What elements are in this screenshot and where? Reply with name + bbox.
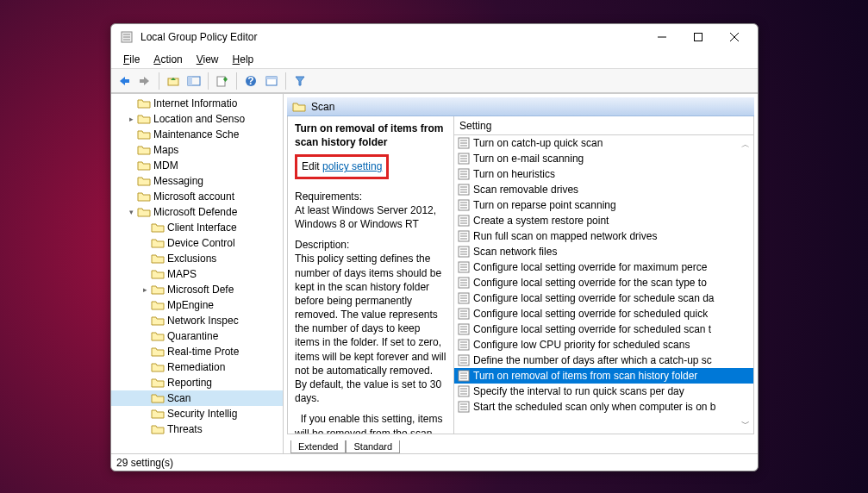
tree-node[interactable]: Network Inspec [111, 313, 283, 328]
show-hide-tree-button[interactable] [184, 72, 203, 90]
minimize-button[interactable] [644, 24, 680, 50]
tree-label: MAPS [167, 268, 197, 280]
setting-row[interactable]: Turn on heuristics [454, 166, 753, 182]
tree-node[interactable]: Quarantine [111, 328, 283, 344]
tree-node[interactable]: Real-time Prote [111, 344, 283, 359]
tree-node[interactable]: Maintenance Sche [111, 127, 283, 142]
setting-row[interactable]: Configure local setting override for the… [454, 275, 753, 290]
folder-icon [151, 237, 165, 249]
setting-row[interactable]: Configure local setting override for sch… [454, 290, 753, 306]
setting-row[interactable]: Turn on reparse point scanning [454, 197, 753, 213]
setting-row[interactable]: Scan network files [454, 244, 753, 259]
settings-rows[interactable]: Turn on catch-up quick scanTurn on e-mai… [454, 135, 753, 434]
maximize-button[interactable] [680, 24, 716, 50]
expand-icon[interactable]: ▸ [125, 115, 137, 123]
tree-node[interactable]: ▸Location and Senso [111, 111, 283, 127]
menu-file[interactable]: File [116, 52, 147, 67]
setting-label: Turn on reparse point scanning [473, 199, 616, 211]
tab-standard[interactable]: Standard [346, 440, 400, 453]
scroll-up-icon[interactable]: ︿ [740, 139, 752, 151]
titlebar: Local Group Policy Editor [111, 24, 758, 50]
tree-node[interactable]: Messaging [111, 173, 283, 189]
setting-row[interactable]: Configure low CPU priority for scheduled… [454, 337, 753, 353]
setting-row[interactable]: Create a system restore point [454, 213, 753, 228]
setting-label: Configure low CPU priority for scheduled… [473, 339, 690, 351]
export-button[interactable] [213, 72, 232, 90]
back-button[interactable] [115, 72, 134, 90]
policy-icon [458, 401, 470, 413]
setting-row[interactable]: Scan removable drives [454, 182, 753, 197]
tree-node[interactable]: Scan [111, 390, 283, 406]
tree-node[interactable]: Remediation [111, 359, 283, 375]
tree-node[interactable]: MDM [111, 158, 283, 173]
folder-icon [151, 377, 165, 389]
description-text: This policy setting defines the number o… [295, 252, 446, 405]
setting-label: Turn on catch-up quick scan [473, 137, 603, 149]
status-bar: 29 setting(s) [111, 453, 758, 471]
folder-icon [151, 284, 165, 296]
menu-action[interactable]: Action [147, 52, 189, 67]
svg-rect-9 [140, 79, 145, 83]
folder-icon [137, 159, 151, 172]
setting-row[interactable]: Start the scheduled scan only when compu… [454, 399, 753, 415]
policy-icon [458, 199, 470, 211]
policy-icon [458, 308, 470, 320]
settings-column-header[interactable]: Setting [454, 116, 753, 135]
tree-node[interactable]: ▾Microsoft Defende [111, 204, 283, 220]
tree-node[interactable]: Client Interface [111, 220, 283, 235]
tree-node[interactable]: Threats [111, 421, 283, 437]
setting-label: Turn on e-mail scanning [473, 153, 584, 165]
properties-button[interactable] [262, 72, 281, 90]
description-label: Description: [295, 238, 446, 252]
setting-row[interactable]: Run full scan on mapped network drives [454, 228, 753, 244]
setting-row[interactable]: Turn on catch-up quick scan [454, 135, 753, 151]
scroll-down-icon[interactable]: ﹀ [740, 418, 752, 430]
nav-tree[interactable]: Internet Informatio▸Location and SensoMa… [111, 94, 284, 453]
close-button[interactable] [716, 24, 752, 50]
policy-icon [458, 292, 470, 304]
tree-label: Real-time Prote [167, 346, 239, 358]
folder-icon [151, 392, 165, 404]
expand-icon[interactable]: ▸ [139, 285, 151, 294]
up-folder-button[interactable] [164, 72, 183, 90]
tree-label: Microsoft Defe [167, 284, 234, 296]
setting-row[interactable]: Turn on e-mail scanning [454, 151, 753, 166]
tree-node[interactable]: Exclusions [111, 251, 283, 266]
policy-icon [458, 246, 470, 258]
tree-node[interactable]: Security Intellig [111, 406, 283, 421]
tree-node[interactable]: Internet Informatio [111, 96, 283, 111]
filter-button[interactable] [290, 72, 309, 90]
tree-node[interactable]: MpEngine [111, 297, 283, 313]
expand-icon[interactable]: ▾ [125, 208, 137, 216]
setting-row[interactable]: Specify the interval to run quick scans … [454, 384, 753, 399]
tree-label: Device Control [167, 237, 235, 249]
svg-rect-12 [188, 77, 192, 85]
folder-icon [151, 315, 165, 327]
detail-pane: Scan Turn on removal of items from scan … [284, 94, 758, 453]
tab-extended[interactable]: Extended [290, 440, 346, 453]
tree-node[interactable]: MAPS [111, 266, 283, 282]
tree-label: Maps [153, 144, 178, 156]
policy-icon [458, 370, 470, 382]
tree-node[interactable]: Reporting [111, 375, 283, 390]
setting-row[interactable]: Configure local setting override for max… [454, 259, 753, 275]
description-text-2: If you enable this setting, items will b… [295, 412, 446, 434]
tree-node[interactable]: ▸Microsoft Defe [111, 282, 283, 297]
folder-icon [151, 408, 165, 420]
menu-view[interactable]: View [190, 52, 226, 67]
forward-button[interactable] [135, 72, 154, 90]
folder-icon [151, 268, 165, 280]
setting-label: Turn on heuristics [473, 168, 555, 180]
edit-highlight: Edit policy setting [295, 154, 389, 178]
help-button[interactable]: ? [241, 72, 260, 90]
tree-node[interactable]: Maps [111, 142, 283, 158]
setting-row[interactable]: Configure local setting override for sch… [454, 321, 753, 337]
edit-policy-link[interactable]: policy setting [322, 160, 382, 172]
svg-rect-5 [695, 34, 703, 41]
setting-row[interactable]: Configure local setting override for sch… [454, 306, 753, 321]
setting-row[interactable]: Define the number of days after which a … [454, 353, 753, 368]
setting-row[interactable]: Turn on removal of items from scan histo… [454, 368, 753, 384]
tree-node[interactable]: Microsoft account [111, 189, 283, 204]
tree-node[interactable]: Device Control [111, 235, 283, 251]
menu-help[interactable]: Help [226, 52, 261, 67]
